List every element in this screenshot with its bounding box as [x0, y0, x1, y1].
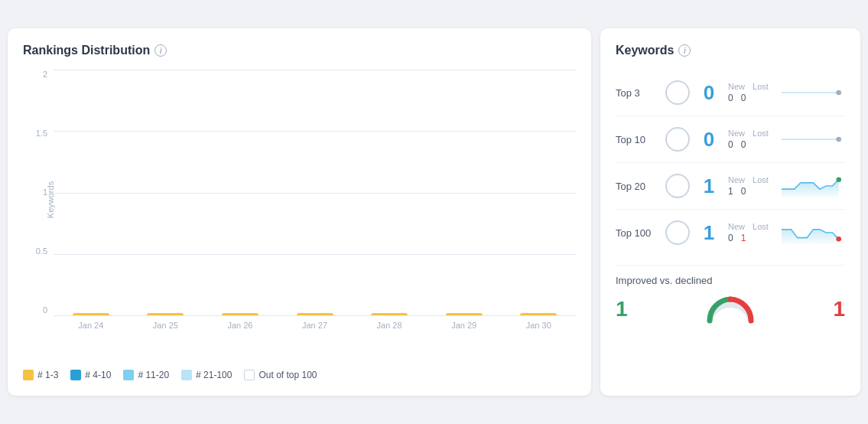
chart-legend: # 1-3 # 4-10 # 11-20 # 21-100 Out of top…: [23, 370, 576, 380]
kw-lost-label-top20: Lost: [753, 175, 769, 184]
legend-box-4-10: [70, 370, 81, 380]
bar-stack-jan30: [520, 313, 557, 315]
kw-new-val-top3: 0: [728, 93, 733, 103]
legend-label-11-20: # 11-20: [138, 370, 169, 380]
x-label-jan29: Jan 29: [427, 316, 502, 330]
bar-stack-jan24: [73, 313, 109, 315]
x-labels: Jan 24 Jan 25 Jan 26 Jan 27 Jan 28 Jan 2…: [54, 316, 576, 330]
chart-card: Rankings Distribution i 2 1.5 1 0.5 0 Ke…: [8, 28, 591, 396]
keywords-info-icon[interactable]: i: [678, 44, 691, 57]
declined-count: 1: [833, 297, 845, 321]
grid-line-75: [54, 254, 576, 255]
bar-seg-gold-jan24: [73, 313, 109, 315]
legend-4-10: # 4-10: [70, 370, 111, 380]
kw-lost-val-top3: 0: [741, 93, 746, 103]
kw-section-top100: Top 100 1 New Lost 0 1: [616, 210, 845, 256]
kw-stats-top3: New Lost 0 0: [728, 82, 774, 103]
kw-stat-labels-top3: New Lost: [728, 82, 774, 91]
kw-label-top10: Top 10: [616, 134, 658, 145]
kw-label-col-top10: Top 10: [616, 134, 658, 145]
legend-out-top-100: Out of top 100: [244, 370, 317, 380]
bar-group-jan27: [278, 313, 353, 315]
svg-point-4: [836, 177, 841, 182]
kw-stat-labels-top20: New Lost: [728, 175, 774, 184]
legend-box-11-20: [123, 370, 134, 380]
legend-label-1-3: # 1-3: [37, 370, 58, 380]
bar-group-jan30: [501, 313, 576, 315]
bar-stack-jan29: [446, 313, 483, 315]
legend-11-20: # 11-20: [123, 370, 169, 380]
improved-row: 1 1: [616, 294, 845, 325]
kw-new-label-top10: New: [728, 129, 745, 138]
gauge-container: [634, 294, 827, 325]
x-label-jan24: Jan 24: [54, 316, 128, 330]
legend-label-21-100: # 21-100: [196, 370, 232, 380]
y-label-2: 2: [43, 70, 47, 79]
bar-seg-gold-jan28: [371, 313, 408, 315]
gauge-svg: [704, 294, 757, 325]
bar-group-jan28: [352, 313, 427, 315]
kw-circle-top10: [665, 127, 690, 152]
keywords-title-row: Keywords i: [616, 44, 845, 57]
improved-title: Improved vs. declined: [616, 275, 845, 286]
bar-seg-gold-jan27: [297, 313, 333, 315]
kw-stats-top10: New Lost 0 0: [728, 129, 774, 150]
x-label-jan27: Jan 27: [278, 316, 353, 330]
chart-title-row: Rankings Distribution i: [23, 44, 576, 57]
svg-point-5: [836, 236, 841, 242]
kw-new-val-top10: 0: [728, 139, 733, 150]
main-container: Rankings Distribution i 2 1.5 1 0.5 0 Ke…: [8, 28, 860, 396]
y-label-0: 0: [43, 305, 47, 315]
kw-sparkline-top100: [782, 217, 845, 248]
bar-stack-jan28: [371, 313, 408, 315]
bar-group-jan25: [128, 313, 203, 315]
chart-title: Rankings Distribution: [23, 44, 150, 57]
kw-stat-vals-top10: 0 0: [728, 139, 774, 150]
legend-box-21-100: [181, 370, 192, 380]
kw-label-top20: Top 20: [616, 181, 658, 192]
kw-circle-top3: [665, 80, 690, 105]
legend-box-1-3: [23, 370, 34, 380]
bar-seg-gold-jan26: [222, 313, 258, 315]
legend-21-100: # 21-100: [181, 370, 232, 380]
kw-circle-top100: [665, 220, 690, 245]
kw-label-top3: Top 3: [616, 87, 658, 99]
kw-stats-top20: New Lost 1 0: [728, 175, 774, 197]
kw-section-top10: Top 10 0 New Lost 0 0: [616, 116, 845, 163]
bars-area: [54, 70, 576, 316]
y-label-05: 0.5: [36, 246, 47, 256]
x-label-jan25: Jan 25: [128, 316, 203, 330]
kw-stat-vals-top20: 1 0: [728, 186, 774, 197]
kw-label-top100: Top 100: [616, 227, 658, 239]
bar-stack-jan26: [222, 313, 258, 315]
chart-info-icon[interactable]: i: [154, 44, 167, 57]
legend-1-3: # 1-3: [23, 370, 58, 380]
svg-point-1: [836, 90, 841, 96]
improved-section: Improved vs. declined 1 1: [616, 265, 845, 325]
improved-count: 1: [616, 297, 628, 321]
kw-sparkline-top10: [782, 124, 845, 155]
x-label-jan28: Jan 28: [352, 316, 427, 330]
keywords-card: Keywords i Top 3 0 New Lost 0 0: [600, 28, 860, 396]
legend-label-4-10: # 4-10: [85, 370, 111, 380]
kw-new-val-top20: 1: [728, 186, 733, 197]
kw-new-label-top3: New: [728, 82, 745, 91]
kw-lost-val-top20: 0: [741, 186, 746, 197]
svg-point-3: [836, 137, 841, 142]
kw-new-label-top100: New: [728, 222, 745, 231]
grid-line-top: [54, 70, 576, 70]
kw-count-top20: 1: [697, 174, 720, 198]
kw-lost-label-top10: Lost: [753, 129, 769, 138]
keywords-title: Keywords: [616, 44, 674, 57]
bar-stack-jan25: [147, 313, 184, 315]
kw-new-label-top20: New: [728, 175, 745, 184]
kw-stat-labels-top10: New Lost: [728, 129, 774, 138]
kw-count-top10: 0: [697, 128, 720, 152]
bar-stack-jan27: [297, 313, 333, 315]
x-label-jan30: Jan 30: [501, 316, 576, 330]
grid-line-25: [54, 131, 576, 132]
kw-lost-val-top10: 0: [741, 139, 746, 150]
kw-count-top100: 1: [697, 221, 720, 245]
kw-stat-vals-top3: 0 0: [728, 93, 774, 103]
kw-section-top20: Top 20 1 New Lost 1 0: [616, 163, 845, 210]
